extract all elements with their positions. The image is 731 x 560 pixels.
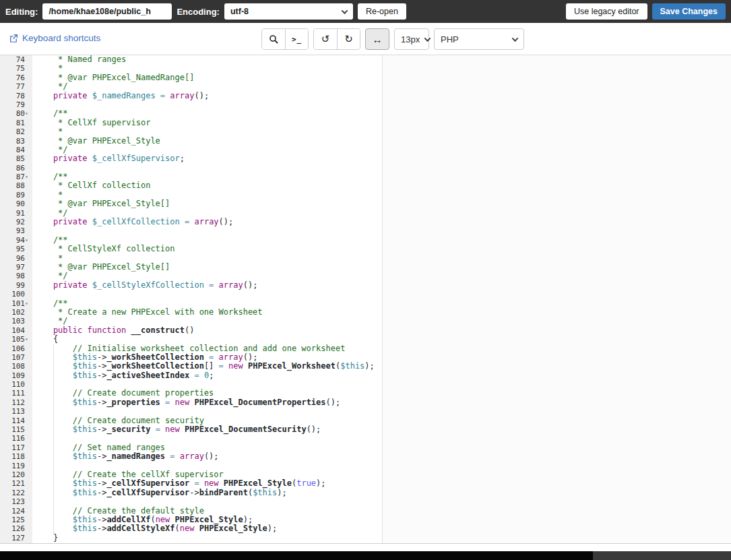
line-number: 106 [0,344,32,353]
line-number: 90 [0,199,32,208]
line-number: 112 [0,398,32,407]
line-number: 117 [0,443,32,452]
fold-toggle-icon[interactable]: ▾ [25,236,32,245]
code-line: * CellStyleXf collection [34,245,731,253]
code-line: /** [34,236,731,245]
code-line: /** [34,109,731,118]
redo-button[interactable]: ↻ [337,29,360,49]
code-line [34,462,731,470]
line-number: 119 [0,462,32,470]
line-number: 101▾ [0,299,32,308]
code-line: private $_cellXfCollection = array(); [34,218,731,226]
line-number: 78 [0,92,32,100]
horizontal-scrollbar[interactable] [0,551,731,560]
line-number: 86 [0,164,32,173]
undo-redo-group: ↺ ↻ [313,28,360,50]
scrollbar-thumb[interactable] [0,551,593,560]
terminal-button[interactable]: >_ [285,29,308,49]
line-number: 82 [0,127,32,136]
line-number: 115 [0,425,32,434]
line-number: 103 [0,317,32,325]
line-number: 113 [0,407,32,416]
line-number: 79 [0,100,32,109]
encoding-label: Encoding: [177,7,220,17]
code-line: /** [34,299,731,308]
code-line: * @var PHPExcel_Style[] [34,263,731,272]
search-button[interactable] [262,29,285,49]
code-line [34,380,731,389]
syntax-mode-value: PHP [441,34,459,44]
line-number: 76 [0,73,32,82]
line-number: 111 [0,389,32,398]
code-line: */ [34,317,731,325]
code-line: * CellXf supervisor [34,119,731,127]
line-number: 99 [0,281,32,290]
chevron-down-icon [424,35,431,42]
line-number: 75 [0,64,32,73]
code-line [34,434,731,443]
line-number: 80▾ [0,109,32,118]
code-line: */ [34,209,731,218]
file-path-input[interactable] [42,3,172,20]
code-area[interactable]: * Named ranges * * @var PHPExcel_NamedRa… [32,55,731,543]
line-number: 125 [0,516,32,524]
line-number: 83 [0,137,32,146]
fold-toggle-icon[interactable]: ▾ [25,109,32,118]
undo-button[interactable]: ↺ [314,29,337,49]
code-line: */ [34,272,731,280]
line-number: 124 [0,507,32,516]
fold-toggle-icon[interactable]: ▾ [25,335,32,344]
code-line: $this->_security = new PHPExcel_Document… [34,425,731,434]
code-editor[interactable]: 74757677787980▾81828384858687▾8889909192… [0,55,731,543]
code-line: $this->addCellStyleXf(new PHPExcel_Style… [34,524,731,533]
line-number: 77 [0,82,32,91]
code-line: */ [34,146,731,154]
code-line: * [34,191,731,199]
code-line: * [34,254,731,263]
line-number: 120 [0,470,32,479]
line-number: 81 [0,119,32,127]
font-size-select[interactable]: 13px [394,28,429,50]
editor-toolbar: Keyboard shortcuts >_ ↺ ↻ ↔ [0,23,731,55]
save-changes-button[interactable]: Save Changes [652,3,726,20]
code-lines: * Named ranges * * @var PHPExcel_NamedRa… [32,55,731,542]
external-link-icon [9,34,18,42]
keyboard-shortcuts-link[interactable]: Keyboard shortcuts [9,33,100,43]
reopen-button[interactable]: Re-open [358,3,406,20]
code-line: * CellXf collection [34,181,731,190]
code-line: $this->_workSheetCollection = array(); [34,353,731,362]
word-wrap-toggle-button[interactable]: ↔ [365,28,389,50]
code-line: private $_cellStyleXfCollection = array(… [34,281,731,290]
code-line: } [34,534,731,542]
code-line: * @var PHPExcel_NamedRange[] [34,73,731,82]
code-line: * Create a new PHPExcel with one Workshe… [34,308,731,317]
code-line: $this->_activeSheetIndex = 0; [34,371,731,380]
code-line [34,226,731,235]
line-number: 107 [0,353,32,362]
code-line: $this->_namedRanges = array(); [34,452,731,461]
line-number: 74 [0,55,32,64]
line-number: 94▾ [0,236,32,245]
code-line: * @var PHPExcel_Style [34,137,731,146]
line-number: 100 [0,290,32,299]
encoding-value: utf-8 [230,7,249,16]
line-number: 97 [0,263,32,272]
encoding-select[interactable]: utf-8 [224,3,353,20]
fold-toggle-icon[interactable]: ▾ [25,299,32,308]
keyboard-shortcuts-label: Keyboard shortcuts [22,33,100,43]
word-wrap-icon: ↔ [373,34,383,45]
line-number: 92 [0,218,32,226]
code-line [34,497,731,506]
fold-toggle-icon[interactable]: ▾ [25,173,32,181]
code-line: // Set named ranges [34,443,731,452]
code-line: */ [34,82,731,91]
line-number: 89 [0,191,32,199]
line-number: 108 [0,362,32,371]
code-line: public function __construct() [34,326,731,335]
syntax-mode-select[interactable]: PHP [434,28,524,50]
line-number: 110 [0,380,32,389]
search-icon [269,34,278,44]
legacy-editor-button[interactable]: Use legacy editor [566,3,647,20]
editor-footer-strip [0,543,731,551]
gutter[interactable]: 74757677787980▾81828384858687▾8889909192… [0,55,32,543]
